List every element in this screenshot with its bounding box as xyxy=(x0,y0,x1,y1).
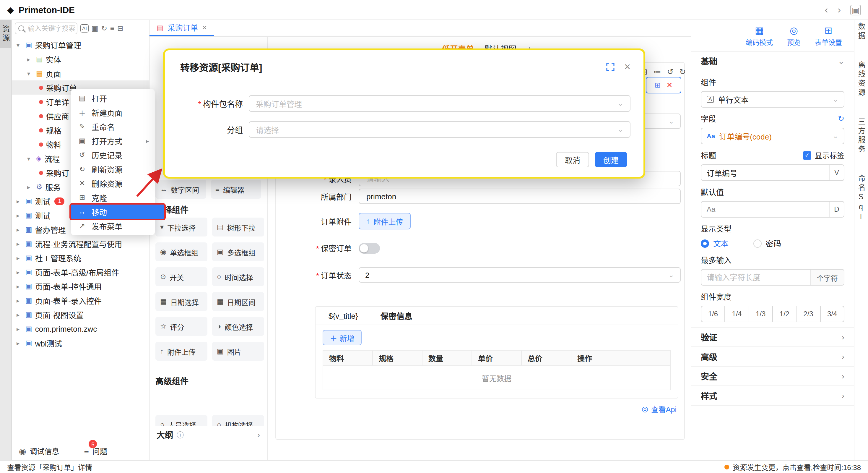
variable-button[interactable]: V xyxy=(829,165,844,180)
tree-item-form-common[interactable]: ▸ ▣ 页面-表单-控件通用 xyxy=(12,279,149,293)
field-select[interactable]: Aa 订单编号(code) ⌄ xyxy=(701,128,844,144)
component-image[interactable]: ▣图片 xyxy=(212,342,264,361)
component-tree-select[interactable]: ▤树形下拉 xyxy=(212,217,264,237)
basic-section-header[interactable]: 基础 ⌄ xyxy=(691,52,854,70)
width-1-2[interactable]: 1/2 xyxy=(773,306,797,322)
tab-purchase-order[interactable]: ▤ 采购订单 × xyxy=(150,20,214,36)
tree-item-entity[interactable]: ▸ ▤ 实体 xyxy=(12,52,149,66)
list-icon[interactable]: ≔ xyxy=(653,67,661,76)
order-status-select[interactable]: 2 ⌄ xyxy=(359,267,681,283)
refresh-icon[interactable]: ↻ xyxy=(101,25,107,32)
component-switch[interactable]: ⊙开关 xyxy=(155,267,208,286)
component-editor[interactable]: ≡ 编辑器 xyxy=(211,180,261,199)
debug-info-button[interactable]: ◉ 调试信息 xyxy=(19,445,59,456)
redo-icon[interactable]: ↻ xyxy=(680,67,686,76)
copy-icon[interactable]: ⊞ xyxy=(655,81,660,89)
close-icon[interactable]: × xyxy=(624,61,630,72)
title-input[interactable] xyxy=(701,168,829,177)
form-settings-button[interactable]: ⊞ 表单设置 xyxy=(815,25,842,47)
menu-history[interactable]: ↺历史记录 xyxy=(71,148,155,162)
default-input[interactable] xyxy=(715,205,829,214)
component-date-picker[interactable]: ▦日期选择 xyxy=(155,292,208,311)
cancel-button[interactable]: 取消 xyxy=(556,152,589,167)
tab-third-party-services[interactable]: 三方服务 xyxy=(856,118,867,154)
field-refresh-icon[interactable]: ↻ xyxy=(838,114,844,123)
add-row-button[interactable]: ＋ 新增 xyxy=(322,330,362,345)
nav-forward-icon[interactable]: › xyxy=(838,4,841,16)
secret-toggle[interactable] xyxy=(359,243,380,253)
ai-icon[interactable]: AI xyxy=(80,24,89,32)
resources-tab[interactable]: 资源 xyxy=(0,20,11,48)
group-select[interactable]: 请选择 ⌄ xyxy=(249,121,630,138)
component-checkbox-group[interactable]: ▣多选框组 xyxy=(212,242,264,261)
search-input[interactable] xyxy=(27,24,76,32)
group-security[interactable]: 安全 › xyxy=(691,366,854,385)
menu-new-page[interactable]: ＋新建页面 xyxy=(71,105,155,119)
save-icon[interactable]: ▣ xyxy=(850,4,861,15)
chevron-right-icon[interactable]: ▸ xyxy=(17,340,23,346)
view-api-link[interactable]: ◎ 查看Api xyxy=(642,403,677,414)
delete-icon[interactable]: ✕ xyxy=(666,81,673,89)
chevron-right-icon[interactable]: ▸ xyxy=(17,226,23,233)
tree-item-process-config[interactable]: ▸ ▣ 流程-业务流程配置与使用 xyxy=(12,237,149,251)
component-upload[interactable]: ↑附件上传 xyxy=(155,342,208,361)
menu-open[interactable]: ▤打开 xyxy=(71,91,155,105)
menu-open-with[interactable]: ▣打开方式▸ xyxy=(71,134,155,148)
chevron-right-icon[interactable]: ▸ xyxy=(17,311,23,318)
component-dropdown-select[interactable]: ▾下拉选择 xyxy=(155,217,208,237)
issues-button[interactable]: 5 ≡ 问题 xyxy=(84,445,107,456)
chevron-right-icon[interactable]: ▸ xyxy=(17,240,23,247)
chevron-right-icon[interactable]: ▸ xyxy=(17,212,23,218)
chevron-right-icon[interactable]: ▸ xyxy=(17,325,23,332)
outline-bar[interactable]: 大纲 ⓘ › xyxy=(150,426,267,442)
tree-item-page[interactable]: ▾ ▤ 页面 xyxy=(12,66,149,81)
tab-offline-resources[interactable]: 离线资源 xyxy=(856,61,867,97)
width-3-4[interactable]: 3/4 xyxy=(820,306,844,322)
menu-rename[interactable]: ✎重命名 xyxy=(71,119,155,134)
component-time-picker[interactable]: ○时间选择 xyxy=(212,267,264,286)
tab-data[interactable]: 数据 xyxy=(856,23,867,41)
group-validation[interactable]: 验证 › xyxy=(691,327,854,347)
search-box[interactable] xyxy=(15,23,78,34)
chevron-right-icon[interactable]: ▸ xyxy=(27,56,33,62)
menu-move[interactable]: ↔移动 xyxy=(71,205,164,219)
tree-item-form-advanced[interactable]: ▸ ▣ 页面-表单-高级/布局组件 xyxy=(12,265,149,279)
tab-named-sql[interactable]: 命名Sql xyxy=(856,174,867,223)
show-label-checkbox[interactable]: ✓ xyxy=(803,151,811,159)
sort-icon[interactable]: ≡ xyxy=(110,25,114,32)
close-icon[interactable]: × xyxy=(203,23,207,32)
collapse-panel-icon[interactable]: ⊟ xyxy=(117,25,123,32)
upload-attachment-button[interactable]: ↑ 附件上传 xyxy=(359,213,411,229)
width-1-3[interactable]: 1/3 xyxy=(749,306,773,322)
preview-button[interactable]: ◎ 预览 xyxy=(787,25,801,47)
tree-item-com-primeton-zwc[interactable]: ▸ ▣ com.primeton.zwc xyxy=(12,322,149,336)
chevron-down-icon[interactable]: ▾ xyxy=(27,155,33,162)
component-rate[interactable]: ☆评分 xyxy=(155,317,208,336)
package-name-select[interactable]: 采购订单管理 ⌄ xyxy=(249,95,630,112)
tree-item-purchase-order-mgmt[interactable]: ▾ ▣ 采购订单管理 xyxy=(12,38,149,52)
chevron-right-icon[interactable]: ▸ xyxy=(17,255,23,261)
tree-item-form-input[interactable]: ▸ ▣ 页面-表单-录入控件 xyxy=(12,293,149,307)
chevron-right-icon[interactable]: ▸ xyxy=(17,283,23,289)
radio-password[interactable]: 密码 xyxy=(753,238,781,249)
dept-input[interactable] xyxy=(365,191,674,201)
chevron-right-icon[interactable]: ▸ xyxy=(17,297,23,304)
tree-item-social-mgmt[interactable]: ▸ ▣ 社工管理系统 xyxy=(12,251,149,265)
radio-text[interactable]: 文本 xyxy=(701,238,728,249)
code-mode-button[interactable]: ▦ 编码模式 xyxy=(746,25,773,47)
component-color-picker[interactable]: ◑颜色选择 xyxy=(212,317,264,336)
tree-item-wbl-test[interactable]: ▸ ▣ wbl测试 xyxy=(12,336,149,350)
data-button[interactable]: D xyxy=(829,202,844,217)
component-type-select[interactable]: A 单行文本 ⌄ xyxy=(701,91,844,108)
chevron-right-icon[interactable]: ▸ xyxy=(27,184,33,190)
width-1-4[interactable]: 1/4 xyxy=(725,306,749,322)
menu-publish[interactable]: ↗发布菜单 xyxy=(71,219,155,233)
status-right[interactable]: 资源发生变更，点击查看,检查时间:16:38 xyxy=(725,462,861,472)
chevron-right-icon[interactable]: ▸ xyxy=(17,269,23,275)
chevron-right-icon[interactable]: ▸ xyxy=(17,198,23,204)
component-radio-group[interactable]: ◉单选框组 xyxy=(155,242,208,261)
group-style[interactable]: 样式 › xyxy=(691,385,854,406)
chevron-down-icon[interactable]: ▾ xyxy=(27,70,33,77)
chevron-down-icon[interactable]: ▾ xyxy=(17,42,23,48)
subtab-secret-info[interactable]: 保密信息 xyxy=(380,310,412,322)
